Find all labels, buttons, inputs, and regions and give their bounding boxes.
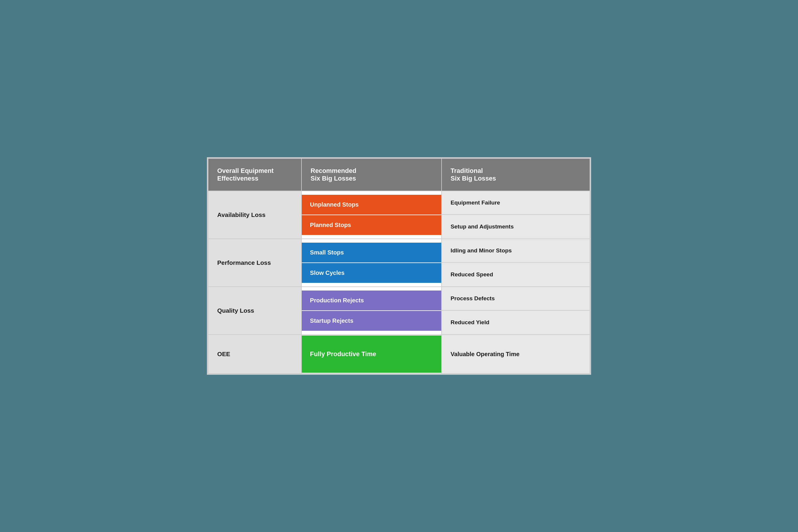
traditional-item-valuable-operating-time: Valuable Operating Time [442,335,590,373]
recommended-loss-cell: Unplanned StopsPlanned Stops [302,191,441,239]
main-table-wrapper: Overall Equipment Effectiveness Recommen… [207,157,591,375]
header-col1: Overall Equipment Effectiveness [208,158,302,191]
header-col3: Traditional Six Big Losses [441,158,590,191]
traditional-item-process-defects: Process Defects [442,287,590,311]
table-row: Quality LossProduction RejectsStartup Re… [208,287,590,335]
traditional-item-idling-and-minor-stops: Idling and Minor Stops [442,239,590,263]
traditional-loss-cell: Idling and Minor StopsReduced Speed [441,239,590,287]
header-col2: Recommended Six Big Losses [302,158,441,191]
table-row: Availability LossUnplanned StopsPlanned … [208,191,590,239]
oee-category-cell: Quality Loss [208,287,302,335]
traditional-item-equipment-failure: Equipment Failure [442,191,590,215]
oee-category-cell: Availability Loss [208,191,302,239]
traditional-item-setup-and-adjustments: Setup and Adjustments [442,215,590,239]
loss-item-startup-rejects: Startup Rejects [302,311,441,331]
loss-item-slow-cycles: Slow Cycles [302,263,441,283]
traditional-item-reduced-yield: Reduced Yield [442,311,590,334]
table-row: Performance LossSmall StopsSlow CyclesId… [208,239,590,287]
traditional-item-reduced-speed: Reduced Speed [442,263,590,286]
recommended-loss-cell: Small StopsSlow Cycles [302,239,441,287]
loss-item-unplanned-stops: Unplanned Stops [302,195,441,215]
loss-item-production-rejects: Production Rejects [302,290,441,311]
oee-category-cell: OEE [208,335,302,374]
loss-item-planned-stops: Planned Stops [302,215,441,235]
oee-category-cell: Performance Loss [208,239,302,287]
recommended-loss-cell: Fully Productive Time [302,335,441,374]
traditional-loss-cell: Valuable Operating Time [441,335,590,374]
loss-item-small-stops: Small Stops [302,243,441,263]
traditional-loss-cell: Process DefectsReduced Yield [441,287,590,335]
traditional-loss-cell: Equipment FailureSetup and Adjustments [441,191,590,239]
recommended-loss-cell: Production RejectsStartup Rejects [302,287,441,335]
table-row: OEEFully Productive TimeValuable Operati… [208,335,590,374]
loss-item-fully-productive-time: Fully Productive Time [302,336,441,373]
